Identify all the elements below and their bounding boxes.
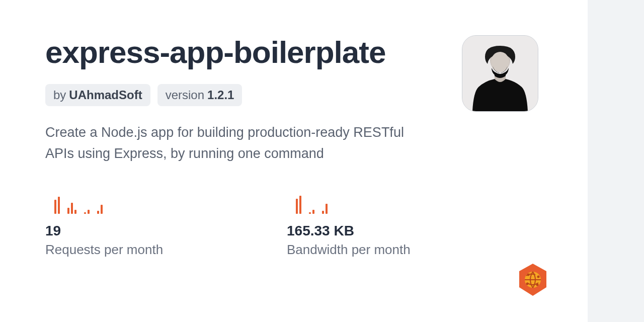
jsdelivr-badge-icon [517,263,548,297]
avatar-icon [462,36,538,111]
svg-point-7 [536,284,539,286]
requests-value: 19 [45,223,262,239]
svg-point-5 [537,276,540,278]
author-badge[interactable]: by UAhmadSoft [45,84,150,106]
version-value: 1.2.1 [207,88,234,102]
author-prefix: by [53,88,66,102]
version-prefix: version [166,88,204,102]
svg-point-6 [526,283,529,285]
requests-stat: 19 Requests per month [45,189,262,258]
svg-point-4 [527,274,530,276]
bandwidth-sparkline [287,189,503,214]
author-avatar[interactable] [462,35,538,112]
version-badge[interactable]: version 1.2.1 [157,84,243,106]
bandwidth-label: Bandwidth per month [287,242,503,258]
bandwidth-stat: 165.33 KB Bandwidth per month [287,189,503,258]
requests-label: Requests per month [45,242,262,258]
package-description: Create a Node.js app for building produc… [45,122,418,165]
author-name: UAhmadSoft [69,88,142,102]
side-strip [588,0,644,322]
bandwidth-value: 165.33 KB [287,223,503,239]
requests-sparkline [45,189,262,214]
stats-row: 19 Requests per month 165.33 KB Bandwidt… [45,189,542,258]
